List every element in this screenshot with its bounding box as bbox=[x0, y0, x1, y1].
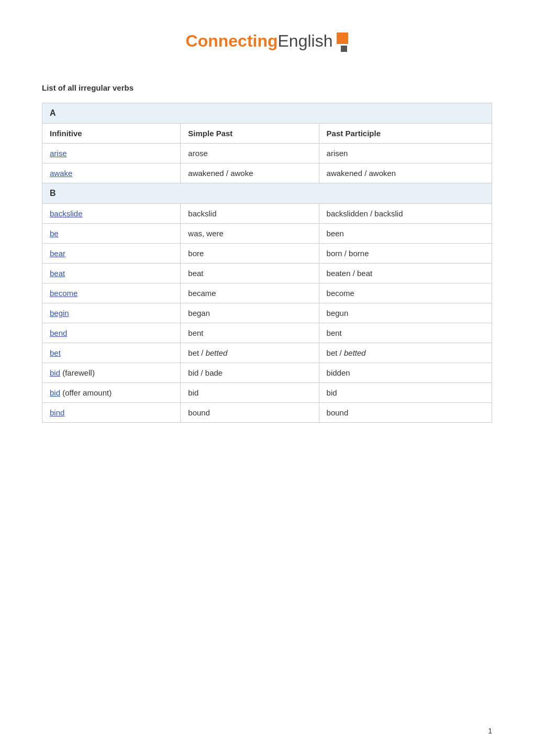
cell-simple-past-become: became bbox=[181, 283, 319, 303]
logo-connecting-text: Connecting bbox=[186, 31, 278, 50]
link-bend[interactable]: bend bbox=[50, 328, 67, 337]
cell-past-participle-awake: awakened / awoken bbox=[319, 163, 492, 183]
cell-simple-past-arise: arose bbox=[181, 144, 319, 163]
table-row: beat beat beaten / beat bbox=[42, 264, 492, 283]
cell-infinitive-backslide: backslide bbox=[42, 204, 181, 224]
section-letter-b: B bbox=[42, 183, 492, 204]
table-row: bear bore born / borne bbox=[42, 244, 492, 264]
link-backslide[interactable]: backslide bbox=[50, 209, 83, 218]
link-become[interactable]: become bbox=[50, 289, 77, 298]
cell-past-participle-bid-farewell: bidden bbox=[319, 363, 492, 383]
logo: ConnectingEnglish bbox=[186, 31, 349, 52]
cell-simple-past-bear: bore bbox=[181, 244, 319, 264]
cell-simple-past-bet: bet / betted bbox=[181, 343, 319, 363]
cell-infinitive-arise: arise bbox=[42, 144, 181, 163]
cell-simple-past-bid-farewell: bid / bade bbox=[181, 363, 319, 383]
cell-past-participle-arise: arisen bbox=[319, 144, 492, 163]
link-bear[interactable]: bear bbox=[50, 249, 65, 258]
table-row: bend bent bent bbox=[42, 323, 492, 343]
logo-square-orange bbox=[337, 32, 348, 44]
table-row: become became become bbox=[42, 283, 492, 303]
table-row: be was, were been bbox=[42, 224, 492, 244]
link-begin[interactable]: begin bbox=[50, 309, 69, 317]
cell-past-participle-bet: bet / betted bbox=[319, 343, 492, 363]
header: ConnectingEnglish bbox=[42, 21, 492, 52]
cell-past-participle-bid-offer: bid bbox=[319, 383, 492, 403]
cell-simple-past-bind: bound bbox=[181, 403, 319, 423]
cell-infinitive-bind: bind bbox=[42, 403, 181, 423]
cell-simple-past-begin: began bbox=[181, 303, 319, 323]
section-letter-a: A bbox=[42, 103, 492, 124]
cell-infinitive-bear: bear bbox=[42, 244, 181, 264]
verb-table: A Infinitive Simple Past Past Participle… bbox=[42, 103, 492, 423]
cell-past-participle-backslide: backslidden / backslid bbox=[319, 204, 492, 224]
page-container: ConnectingEnglish List of all irregular … bbox=[0, 0, 534, 756]
table-row: bet bet / betted bet / betted bbox=[42, 343, 492, 363]
link-bet[interactable]: bet bbox=[50, 348, 61, 357]
cell-past-participle-begin: begun bbox=[319, 303, 492, 323]
cell-infinitive-bend: bend bbox=[42, 323, 181, 343]
cell-past-participle-be: been bbox=[319, 224, 492, 244]
link-beat[interactable]: beat bbox=[50, 269, 65, 278]
col-header-infinitive: Infinitive bbox=[42, 124, 181, 144]
cell-simple-past-awake: awakened / awoke bbox=[181, 163, 319, 183]
table-row: arise arose arisen bbox=[42, 144, 492, 163]
link-awake[interactable]: awake bbox=[50, 169, 72, 178]
cell-past-participle-beat: beaten / beat bbox=[319, 264, 492, 283]
page-title: List of all irregular verbs bbox=[42, 83, 492, 92]
table-row: bid (farewell) bid / bade bidden bbox=[42, 363, 492, 383]
cell-infinitive-bid-offer: bid (offer amount) bbox=[42, 383, 181, 403]
page-number: 1 bbox=[488, 727, 492, 735]
cell-simple-past-beat: beat bbox=[181, 264, 319, 283]
cell-simple-past-bid-offer: bid bbox=[181, 383, 319, 403]
table-row: bid (offer amount) bid bid bbox=[42, 383, 492, 403]
cell-past-participle-become: become bbox=[319, 283, 492, 303]
cell-infinitive-become: become bbox=[42, 283, 181, 303]
logo-icon-row2 bbox=[337, 46, 348, 52]
cell-infinitive-awake: awake bbox=[42, 163, 181, 183]
link-arise[interactable]: arise bbox=[50, 149, 67, 158]
section-header-b: B bbox=[42, 183, 492, 204]
section-header-a: A bbox=[42, 103, 492, 124]
cell-simple-past-backslide: backslid bbox=[181, 204, 319, 224]
cell-past-participle-bear: born / borne bbox=[319, 244, 492, 264]
link-bind[interactable]: bind bbox=[50, 408, 64, 417]
cell-simple-past-bend: bent bbox=[181, 323, 319, 343]
table-row: bind bound bound bbox=[42, 403, 492, 423]
cell-infinitive-beat: beat bbox=[42, 264, 181, 283]
column-headers: Infinitive Simple Past Past Participle bbox=[42, 124, 492, 144]
col-header-past-participle: Past Participle bbox=[319, 124, 492, 144]
cell-infinitive-bet: bet bbox=[42, 343, 181, 363]
link-bid-farewell[interactable]: bid bbox=[50, 368, 60, 377]
col-header-simple-past: Simple Past bbox=[181, 124, 319, 144]
cell-simple-past-be: was, were bbox=[181, 224, 319, 244]
logo-icon-row1 bbox=[337, 32, 348, 44]
logo-icon bbox=[337, 32, 348, 52]
cell-past-participle-bind: bound bbox=[319, 403, 492, 423]
link-bid-offer[interactable]: bid bbox=[50, 388, 60, 397]
cell-infinitive-begin: begin bbox=[42, 303, 181, 323]
logo-english-text: English bbox=[278, 31, 333, 50]
table-row: begin began begun bbox=[42, 303, 492, 323]
table-row: backslide backslid backslidden / backsli… bbox=[42, 204, 492, 224]
cell-infinitive-bid-farewell: bid (farewell) bbox=[42, 363, 181, 383]
table-row: awake awakened / awoke awakened / awoken bbox=[42, 163, 492, 183]
cell-past-participle-bend: bent bbox=[319, 323, 492, 343]
link-be[interactable]: be bbox=[50, 229, 59, 238]
cell-infinitive-be: be bbox=[42, 224, 181, 244]
logo-square-dark-small bbox=[341, 46, 347, 52]
